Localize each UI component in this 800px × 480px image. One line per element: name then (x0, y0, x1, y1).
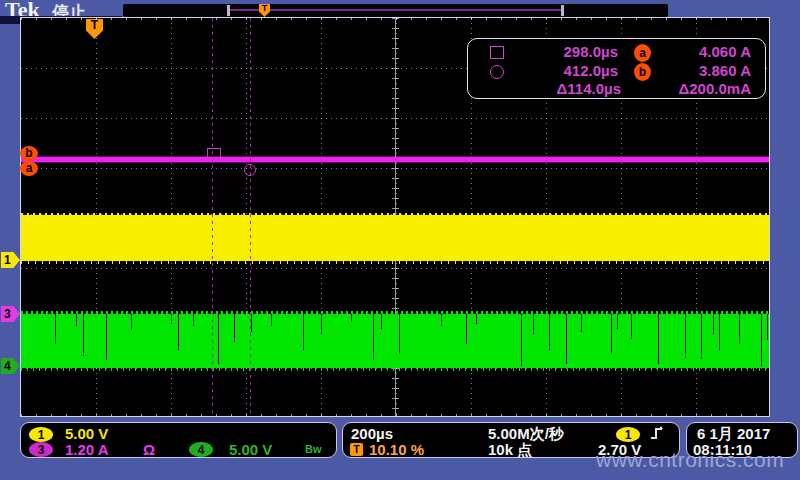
ch4-dropout (549, 314, 550, 350)
ch4-dropout (611, 314, 612, 354)
ch4-dropout (701, 314, 702, 359)
ch4-dropout (131, 314, 132, 330)
cursor-readout-panel: 298.0µs a 4.060 A 412.0µs b 3.860 A Δ114… (467, 38, 766, 99)
ch4-dropout (106, 314, 107, 360)
cursor-a-value: 4.060 A (638, 43, 751, 61)
ch4-scale: 5.00 V (229, 441, 272, 458)
cursor-a-time: 298.0µs (508, 43, 618, 61)
ch3-trace (21, 156, 769, 163)
ch4-dropout (581, 314, 582, 332)
ch4-dropout (321, 314, 322, 334)
record-trigger-icon: T (259, 4, 270, 17)
ch4-dropout (271, 314, 272, 326)
ch4-badge: 4 (189, 442, 213, 457)
ch4-dropout (218, 314, 219, 364)
cursor-b-badge: b (20, 146, 38, 161)
ch4-dropout (171, 314, 172, 324)
record-extent-line (230, 9, 563, 11)
ch4-dropout (476, 314, 477, 324)
ch4-dropout (761, 314, 762, 366)
ch4-dropout (713, 314, 714, 334)
cursor-a-symbol (490, 46, 504, 59)
record-length: 10k 点 (488, 441, 532, 460)
ch4-dropout (533, 314, 534, 334)
ch4-dropout (55, 314, 56, 344)
ch4-dropout (631, 314, 632, 339)
ch4-dropout (76, 314, 77, 326)
ch4-dropout (373, 314, 374, 360)
ch3-ground-marker: 3 (1, 306, 20, 322)
ch4-bandwidth-icon: Bw (305, 443, 322, 455)
edge-ticks-bottom (21, 414, 769, 416)
record-bracket-right (561, 5, 564, 16)
ch4-dropout (381, 314, 382, 329)
ch4-band (21, 314, 769, 368)
ch4-dropout (617, 314, 618, 329)
record-position-bar: T (123, 4, 668, 17)
ch4-dropout (521, 314, 522, 366)
ch4-dropout (178, 314, 179, 350)
ch3-badge: 3 (29, 442, 53, 457)
ch4-dropout (234, 314, 235, 342)
ch1-ground-marker: 1 (1, 252, 20, 268)
watermark: www.cntronics.com (596, 448, 784, 472)
ch1-scale: 5.00 V (65, 425, 108, 442)
ch4-ground-marker: 4 (1, 358, 20, 374)
cursor-b-symbol (490, 65, 504, 79)
trigger-source-badge: 1 (616, 427, 640, 442)
ch4-dropout (566, 314, 567, 364)
channel-readout-panel: 1 5.00 V 3 1.20 A Ω 4 5.00 V Bw (20, 422, 337, 458)
ch1-band (21, 215, 769, 261)
ch4-dropout (351, 314, 352, 322)
ch3-scale: 1.20 A (65, 441, 109, 458)
ch4-dropout (83, 314, 84, 356)
cursor-a-square-marker (207, 148, 221, 160)
ch4-dropout (466, 314, 467, 344)
ch1-badge: 1 (29, 427, 53, 442)
cursor-a-line (212, 18, 213, 416)
trigger-t-badge: T (350, 443, 363, 456)
ch4-dropout (719, 314, 720, 350)
ch4-dropout (399, 314, 400, 354)
cursor-b-value: 3.860 A (638, 62, 751, 80)
trigger-position-percent: 10.10 % (369, 441, 424, 458)
grid-line-h (21, 268, 769, 269)
cursor-b-circle-marker (244, 164, 256, 176)
ch4-dropout (685, 314, 686, 358)
ch4-dropout (251, 314, 252, 332)
timebase: 200µs (351, 425, 393, 442)
cursor-delta-time: Δ114.0µs (508, 80, 621, 98)
oscilloscope-screen: Tek 停止 T T b a 1 3 4 298.0µs (0, 0, 800, 480)
ch4-dropout (441, 314, 442, 326)
ch3-coupling-ohm: Ω (143, 441, 155, 458)
edge-ticks-top (21, 18, 769, 20)
cursor-b-line (250, 18, 251, 416)
cursor-delta-value: Δ200.0mA (633, 80, 751, 98)
record-bracket-left (227, 5, 230, 16)
ch4-dropout (767, 314, 768, 340)
cursor-b-time: 412.0µs (508, 62, 618, 80)
grid-line-h (21, 168, 769, 169)
cursor-a-badge: a (20, 161, 38, 176)
ch4-dropout (193, 314, 194, 326)
grid-line-h (21, 118, 769, 119)
rising-edge-icon (649, 425, 665, 441)
ch4-dropout (739, 314, 740, 344)
ch4-dropout (658, 314, 659, 364)
ch4-dropout (303, 314, 304, 350)
